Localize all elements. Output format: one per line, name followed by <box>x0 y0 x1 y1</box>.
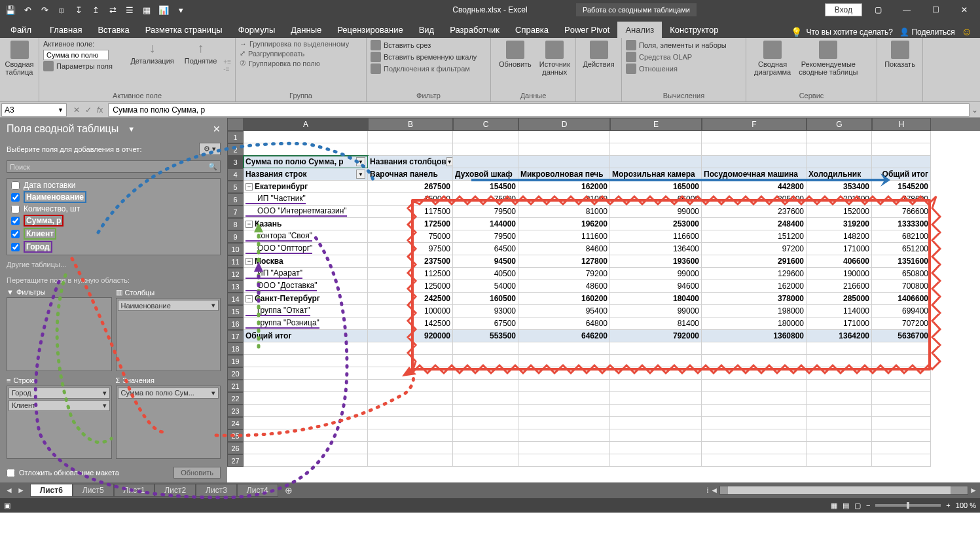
redo-icon[interactable]: ↷ <box>37 2 52 18</box>
cell[interactable] <box>453 405 518 417</box>
field-checkbox[interactable] <box>11 230 20 238</box>
row-header[interactable]: 6 <box>227 193 244 206</box>
cell[interactable]: 129600 <box>702 268 807 280</box>
cell[interactable]: контора "Своя" <box>244 230 368 243</box>
cell[interactable] <box>872 454 931 467</box>
cell[interactable] <box>702 417 807 429</box>
qat-btn[interactable]: ☰ <box>122 2 137 18</box>
sheet-tab[interactable]: Лист5 <box>73 484 114 497</box>
cell[interactable]: 100000 <box>368 305 453 317</box>
field-checkbox[interactable] <box>11 181 20 190</box>
tab-analyze[interactable]: Анализ <box>617 22 662 38</box>
cell[interactable] <box>453 143 518 156</box>
cell[interactable] <box>872 405 931 417</box>
cell[interactable] <box>807 380 872 392</box>
cell[interactable] <box>610 156 702 168</box>
cell[interactable]: 97500 <box>368 243 453 255</box>
cell[interactable]: 237600 <box>702 206 807 218</box>
column-header[interactable]: D <box>518 118 610 131</box>
cell[interactable]: 40500 <box>453 268 518 280</box>
cell[interactable] <box>518 131 610 143</box>
column-header[interactable]: A <box>244 118 368 131</box>
sheet-tab[interactable]: Лист6 <box>30 484 73 497</box>
row-header[interactable]: 25 <box>227 429 244 442</box>
cell[interactable]: 162000 <box>518 181 610 193</box>
row-header[interactable]: 10 <box>227 243 244 255</box>
cell[interactable] <box>872 367 931 380</box>
cell[interactable] <box>610 355 702 367</box>
cell[interactable]: 64800 <box>518 317 610 330</box>
zoom-slider[interactable] <box>875 504 941 507</box>
cell[interactable]: группа "Откат" <box>244 305 368 317</box>
cell[interactable] <box>244 355 368 367</box>
login-button[interactable]: Вход <box>825 3 862 16</box>
field-checkbox[interactable] <box>11 193 20 202</box>
cell[interactable]: 920000 <box>368 330 453 342</box>
cell[interactable]: 778600 <box>872 193 931 206</box>
cell[interactable] <box>872 429 931 442</box>
cell[interactable] <box>453 442 518 454</box>
tab-file[interactable]: Файл <box>0 22 42 38</box>
cell[interactable]: 442800 <box>702 181 807 193</box>
drill-down-button[interactable]: ↓Детализация <box>126 39 177 91</box>
sheet-tab[interactable]: Лист3 <box>196 484 237 497</box>
cell[interactable]: 67500 <box>453 317 518 330</box>
row-header[interactable]: 16 <box>227 317 244 330</box>
drill-up-button[interactable]: ↑Поднятие <box>181 39 221 91</box>
cell[interactable] <box>807 405 872 417</box>
row-header[interactable]: 2 <box>227 143 244 156</box>
cell[interactable]: 285000 <box>807 293 872 305</box>
cell[interactable] <box>807 143 872 156</box>
cell[interactable] <box>518 429 610 442</box>
cell[interactable]: 180000 <box>702 317 807 330</box>
cell[interactable]: 95400 <box>518 305 610 317</box>
cell[interactable] <box>702 131 807 143</box>
cell[interactable]: 111600 <box>518 230 610 243</box>
filters-drop-area[interactable] <box>7 297 112 371</box>
cell[interactable]: 1360800 <box>702 330 807 342</box>
cell[interactable] <box>368 405 453 417</box>
row-header[interactable]: 20 <box>227 367 244 380</box>
row-header[interactable]: 21 <box>227 380 244 392</box>
cell[interactable] <box>368 143 453 156</box>
cell[interactable] <box>702 405 807 417</box>
cell[interactable] <box>702 429 807 442</box>
cell[interactable]: 97200 <box>702 243 807 255</box>
cell[interactable]: 75000 <box>453 193 518 206</box>
cell[interactable] <box>244 143 368 156</box>
columns-drop-area[interactable]: Наименование▾ <box>116 298 221 371</box>
cell[interactable]: 93000 <box>453 305 518 317</box>
column-header[interactable]: C <box>453 118 518 131</box>
group-selection-button[interactable]: →Группировка по выделенному <box>240 39 362 48</box>
tab-design[interactable]: Конструктор <box>662 22 726 38</box>
cell[interactable] <box>702 380 807 392</box>
pivot-chart-button[interactable]: Сводная диаграмма <box>750 39 795 91</box>
row-header[interactable]: 11 <box>227 255 244 268</box>
cell[interactable] <box>244 392 368 405</box>
field-item[interactable]: Дата поставки <box>7 180 220 190</box>
defer-layout-checkbox[interactable] <box>7 469 15 477</box>
cell[interactable]: −Санкт-Петербург <box>244 293 368 305</box>
field-item[interactable]: Клиент <box>7 227 220 240</box>
cell[interactable] <box>518 417 610 429</box>
cell[interactable] <box>702 355 807 367</box>
sheet-tab[interactable]: Лист4 <box>237 484 278 497</box>
cell[interactable] <box>453 417 518 429</box>
cell[interactable]: 127800 <box>518 255 610 268</box>
cell[interactable] <box>453 355 518 367</box>
cell[interactable] <box>872 355 931 367</box>
cell[interactable] <box>244 405 368 417</box>
row-header[interactable]: 19 <box>227 355 244 367</box>
minimize-icon[interactable]: — <box>894 0 920 20</box>
cell[interactable] <box>244 380 368 392</box>
maximize-icon[interactable]: ☐ <box>922 0 949 20</box>
cell[interactable] <box>518 380 610 392</box>
cell[interactable]: 766600 <box>872 206 931 218</box>
cell[interactable] <box>807 442 872 454</box>
cell[interactable]: Варочная панель <box>368 168 453 181</box>
cell[interactable]: 171000 <box>807 317 872 330</box>
cell[interactable]: 792000 <box>610 330 702 342</box>
cell[interactable] <box>702 367 807 380</box>
share-button[interactable]: 👤 Поделиться <box>899 27 955 37</box>
qat-more-icon[interactable]: ▾ <box>173 2 189 18</box>
